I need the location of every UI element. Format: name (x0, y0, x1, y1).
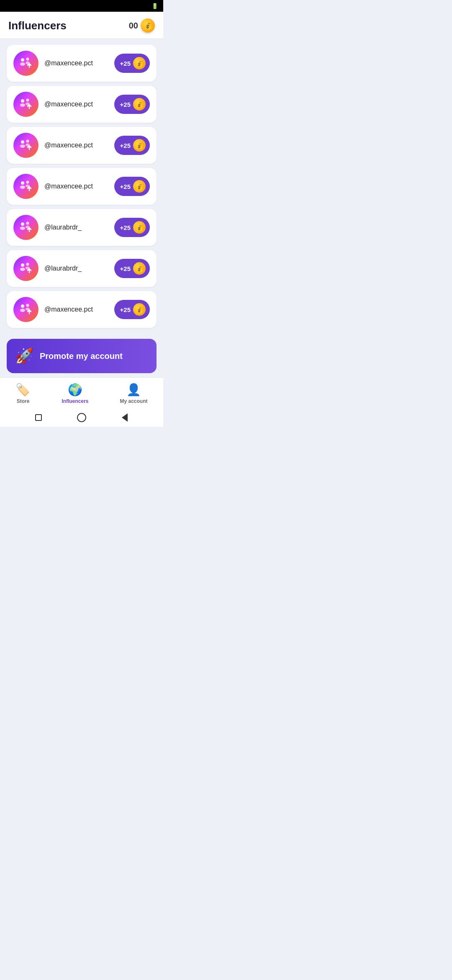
influencer-handle: @maxencee.pct (44, 59, 93, 67)
influencer-card: @maxencee.pct +25 💰 (7, 168, 157, 205)
card-left: @maxencee.pct (13, 51, 93, 76)
influencer-handle: @maxencee.pct (44, 142, 93, 149)
home-icon (77, 413, 86, 422)
svg-point-5 (20, 103, 25, 107)
card-left: @maxencee.pct (13, 92, 93, 117)
reward-label: +25 (120, 101, 131, 108)
nav-influencers[interactable]: 🌍 Influencers (53, 381, 97, 406)
coins-value: 00 (129, 21, 138, 31)
influencer-card: @maxencee.pct +25 💰 (7, 127, 157, 164)
svg-point-25 (20, 309, 25, 312)
card-left: @laurabrdr_ (13, 215, 82, 240)
nav-store[interactable]: 🏷️ Store (7, 381, 39, 406)
svg-point-2 (26, 58, 29, 61)
battery-indicator: 🔋 (152, 3, 158, 9)
influencer-card: @maxencee.pct +25 💰 (7, 291, 157, 328)
reward-coin-icon: 💰 (133, 262, 146, 275)
account-label: My account (120, 398, 147, 404)
svg-point-9 (20, 144, 25, 148)
reward-coin-icon: 💰 (133, 303, 146, 316)
account-icon: 👤 (126, 383, 141, 397)
svg-point-8 (21, 140, 24, 144)
avatar (13, 174, 39, 199)
influencer-handle: @laurabrdr_ (44, 265, 82, 272)
reward-toggle[interactable]: +25 💰 (114, 177, 150, 196)
avatar (13, 133, 39, 158)
recents-button[interactable] (33, 413, 44, 423)
reward-label: +25 (120, 306, 131, 313)
svg-point-16 (21, 222, 24, 226)
reward-toggle[interactable]: +25 💰 (114, 218, 150, 237)
reward-toggle[interactable]: +25 💰 (114, 95, 150, 114)
card-left: @laurabrdr_ (13, 256, 82, 281)
status-bar: 🔋 (0, 0, 163, 12)
reward-coin-icon: 💰 (133, 139, 146, 152)
svg-point-26 (26, 304, 29, 307)
reward-coin-icon: 💰 (133, 98, 146, 111)
reward-label: +25 (120, 183, 131, 190)
avatar (13, 215, 39, 240)
back-icon (122, 413, 128, 422)
reward-label: +25 (120, 224, 131, 231)
svg-point-21 (20, 268, 25, 271)
reward-toggle[interactable]: +25 💰 (114, 259, 150, 278)
recents-icon (35, 414, 42, 421)
card-left: @maxencee.pct (13, 133, 93, 158)
reward-coin-icon: 💰 (133, 221, 146, 234)
avatar (13, 297, 39, 322)
reward-coin-icon: 💰 (133, 57, 146, 70)
reward-coin-icon: 💰 (133, 180, 146, 193)
bottom-nav: 🏷️ Store 🌍 Influencers 👤 My account (0, 377, 163, 408)
system-nav (0, 408, 163, 427)
home-button[interactable] (77, 413, 87, 423)
influencer-card: @laurabrdr_ +25 💰 (7, 250, 157, 287)
svg-point-22 (26, 263, 29, 266)
influencer-handle: @laurabrdr_ (44, 224, 82, 231)
page-title: Influencers (8, 19, 67, 32)
svg-point-12 (21, 181, 24, 185)
promote-section: 🚀 Promote my account (0, 334, 163, 377)
reward-label: +25 (120, 142, 131, 149)
svg-point-24 (21, 304, 24, 308)
svg-point-18 (26, 222, 29, 225)
card-left: @maxencee.pct (13, 174, 93, 199)
header: Influencers 00 💰 (0, 12, 163, 39)
store-icon: 🏷️ (15, 383, 30, 397)
store-label: Store (17, 398, 30, 404)
promote-label: Promote my account (40, 351, 123, 361)
svg-point-13 (20, 186, 25, 189)
influencer-card: @laurabrdr_ +25 💰 (7, 209, 157, 246)
svg-point-0 (21, 58, 24, 62)
influencer-card: @maxencee.pct +25 💰 (7, 45, 157, 82)
avatar (13, 51, 39, 76)
reward-toggle[interactable]: +25 💰 (114, 136, 150, 155)
avatar (13, 92, 39, 117)
svg-point-6 (26, 99, 29, 102)
influencer-handle: @maxencee.pct (44, 306, 93, 313)
promote-button[interactable]: 🚀 Promote my account (7, 339, 157, 373)
svg-point-17 (20, 227, 25, 230)
svg-point-1 (20, 62, 25, 66)
reward-label: +25 (120, 60, 131, 67)
influencer-handle: @maxencee.pct (44, 101, 93, 108)
influencers-label: Influencers (62, 398, 88, 404)
svg-point-4 (21, 99, 24, 103)
influencer-list: @maxencee.pct +25 💰 @maxencee.pct (0, 39, 163, 334)
reward-toggle[interactable]: +25 💰 (114, 300, 150, 319)
coin-icon: 💰 (141, 18, 155, 33)
rocket-icon: 🚀 (15, 347, 34, 365)
svg-point-10 (26, 140, 29, 143)
reward-toggle[interactable]: +25 💰 (114, 54, 150, 73)
nav-my-account[interactable]: 👤 My account (111, 381, 156, 406)
reward-label: +25 (120, 265, 131, 272)
svg-point-14 (26, 181, 29, 184)
coins-display: 00 💰 (129, 18, 155, 33)
back-button[interactable] (120, 413, 130, 423)
influencer-handle: @maxencee.pct (44, 183, 93, 190)
avatar (13, 256, 39, 281)
influencer-card: @maxencee.pct +25 💰 (7, 86, 157, 123)
influencers-icon: 🌍 (68, 383, 82, 397)
svg-point-20 (21, 263, 24, 267)
card-left: @maxencee.pct (13, 297, 93, 322)
